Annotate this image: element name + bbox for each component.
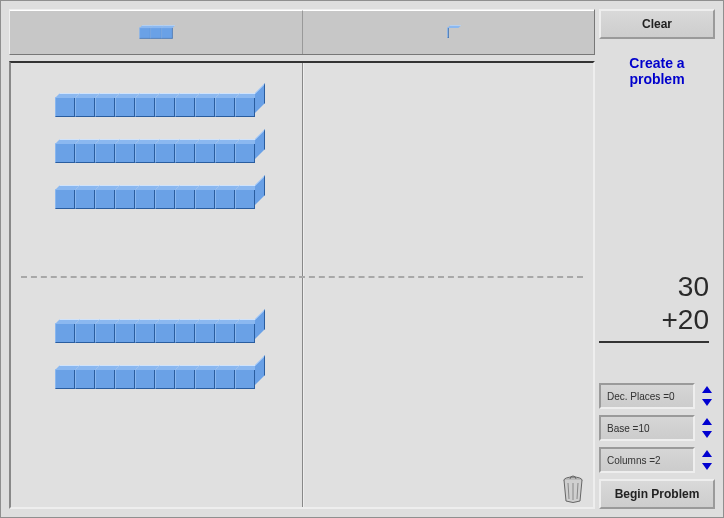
unit-cube: [195, 97, 215, 117]
instruction-area: Create a problem 30 +20: [599, 45, 715, 343]
unit-cube: [75, 143, 95, 163]
chevron-down-icon: [702, 431, 712, 438]
unit-cube: [55, 369, 75, 389]
cols-value: 2: [655, 455, 661, 466]
ones-area[interactable]: [302, 63, 593, 507]
chevron-down-icon: [702, 463, 712, 470]
unit-cube: [55, 97, 75, 117]
unit-cube: [175, 97, 195, 117]
unit-cube: [75, 369, 95, 389]
unit-cube: [95, 189, 115, 209]
unit-cube: [235, 97, 255, 117]
columns-row: Columns = 2: [599, 447, 715, 473]
unit-cube: [135, 143, 155, 163]
base-up-button[interactable]: [699, 415, 715, 428]
unit-cube: [135, 323, 155, 343]
app-frame: Clear Create a problem 30 +20 Dec. Place…: [0, 0, 724, 518]
unit-cube: [95, 97, 115, 117]
tens-column-header[interactable]: [10, 10, 302, 54]
unit-cube: [135, 189, 155, 209]
unit-cube: [215, 369, 235, 389]
unit-cube: [115, 369, 135, 389]
cols-up-button[interactable]: [699, 447, 715, 460]
columns-label: Columns = 2: [599, 447, 695, 473]
unit-cube: [235, 323, 255, 343]
instruction-text: Create a problem: [599, 45, 715, 87]
unit-cube: [115, 97, 135, 117]
unit-cube: [235, 369, 255, 389]
unit-cube: [215, 143, 235, 163]
base-spinner: [699, 415, 715, 441]
unit-cube: [195, 189, 215, 209]
unit-cube: [175, 143, 195, 163]
unit-cube: [175, 189, 195, 209]
unit-cube: [55, 323, 75, 343]
tens-rod-icon: [139, 27, 172, 38]
columns-spinner: [699, 447, 715, 473]
dec-places-spinner: [699, 383, 715, 409]
tens-rod[interactable]: [55, 143, 255, 163]
tens-rod[interactable]: [55, 189, 255, 209]
dec-places-label: Dec. Places = 0: [599, 383, 695, 409]
operand1: 30: [599, 270, 709, 304]
chevron-up-icon: [702, 450, 712, 457]
unit-cube: [155, 189, 175, 209]
unit-cube: [75, 323, 95, 343]
workspace[interactable]: [9, 61, 595, 509]
ones-column-header[interactable]: [302, 10, 595, 54]
tens-rod[interactable]: [55, 369, 255, 389]
cols-label-text: Columns =: [607, 455, 655, 466]
unit-cube: [155, 143, 175, 163]
cols-down-button[interactable]: [699, 460, 715, 473]
dec-value: 0: [669, 391, 675, 402]
unit-cube: [195, 143, 215, 163]
unit-cube: [115, 189, 135, 209]
equation-rule: [599, 341, 709, 343]
equation-display: 30 +20: [599, 270, 715, 343]
tens-rod[interactable]: [55, 97, 255, 117]
unit-cube: [115, 323, 135, 343]
unit-cube: [215, 189, 235, 209]
unit-cube: [135, 97, 155, 117]
settings-group: Dec. Places = 0 Base = 10 Columns: [599, 383, 715, 473]
unit-cube: [175, 323, 195, 343]
base-row: Base = 10: [599, 415, 715, 441]
unit-cube: [75, 97, 95, 117]
base-value: 10: [638, 423, 649, 434]
chevron-up-icon: [702, 386, 712, 393]
unit-cube-icon: [448, 28, 449, 38]
unit-cube: [215, 97, 235, 117]
dec-label-text: Dec. Places =: [607, 391, 669, 402]
tens-bottom-area[interactable]: [55, 323, 255, 389]
dec-up-button[interactable]: [699, 383, 715, 396]
unit-cube: [55, 143, 75, 163]
unit-cube: [115, 143, 135, 163]
sidebar-panel: Clear Create a problem 30 +20 Dec. Place…: [595, 1, 723, 517]
base-label-text: Base =: [607, 423, 638, 434]
main-panel: [1, 1, 595, 517]
unit-cube: [155, 323, 175, 343]
unit-cube: [195, 323, 215, 343]
column-header-bar: [9, 9, 595, 55]
clear-button[interactable]: Clear: [599, 9, 715, 39]
operator: +: [661, 304, 677, 335]
unit-cube: [95, 369, 115, 389]
begin-problem-button[interactable]: Begin Problem: [599, 479, 715, 509]
unit-cube: [175, 369, 195, 389]
base-down-button[interactable]: [699, 428, 715, 441]
dec-places-row: Dec. Places = 0: [599, 383, 715, 409]
dec-down-button[interactable]: [699, 396, 715, 409]
chevron-down-icon: [702, 399, 712, 406]
tens-rod[interactable]: [55, 323, 255, 343]
unit-cube: [195, 369, 215, 389]
unit-cube: [55, 189, 75, 209]
unit-cube: [155, 369, 175, 389]
unit-cube: [235, 143, 255, 163]
trash-icon[interactable]: [561, 475, 585, 503]
unit-cube: [235, 189, 255, 209]
operand2: 20: [678, 304, 709, 335]
unit-cube: [215, 323, 235, 343]
unit-cube: [75, 189, 95, 209]
tens-top-area[interactable]: [55, 97, 255, 209]
operand2-row: +20: [599, 303, 709, 337]
